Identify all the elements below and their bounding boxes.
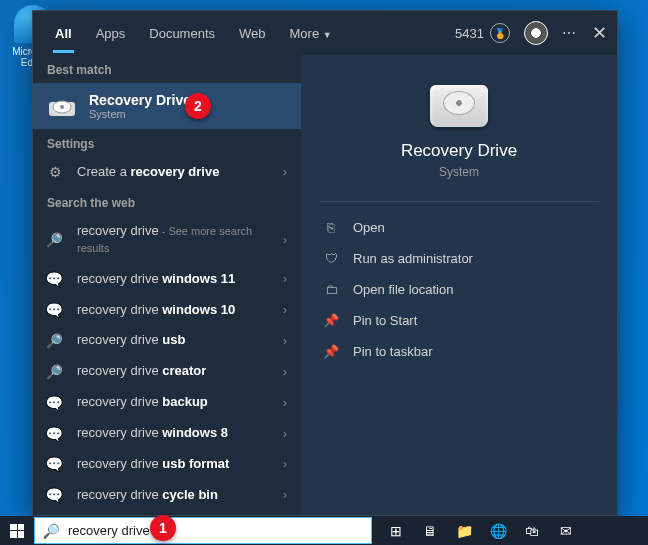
- web-result[interactable]: 💬recovery drive windows 10›: [33, 295, 301, 326]
- web-result[interactable]: 💬recovery drive windows 11›: [33, 264, 301, 295]
- chevron-right-icon: ›: [283, 365, 287, 379]
- chevron-right-icon: ›: [283, 396, 287, 410]
- section-web: Search the web: [33, 188, 301, 216]
- web-result[interactable]: 💬recovery drive backup›: [33, 387, 301, 418]
- start-button[interactable]: [0, 516, 34, 545]
- folder-icon: 🗀: [323, 282, 339, 297]
- file-explorer-icon[interactable]: 📁: [448, 516, 480, 545]
- callout-1: 1: [150, 515, 176, 541]
- rewards-counter[interactable]: 5431 🏅: [455, 23, 510, 43]
- chat-icon: 💬: [47, 456, 63, 472]
- search-icon: 🔍: [47, 333, 63, 349]
- chat-icon: 💬: [47, 395, 63, 411]
- chat-icon: 💬: [47, 487, 63, 503]
- web-result[interactable]: 💬recovery drive usb format›: [33, 449, 301, 480]
- search-input[interactable]: [68, 523, 363, 538]
- web-result[interactable]: 💬recovery drive windows 8›: [33, 418, 301, 449]
- section-settings: Settings: [33, 129, 301, 157]
- windows-logo-icon: [10, 524, 24, 538]
- action-open-file-location[interactable]: 🗀Open file location: [319, 274, 599, 305]
- preview-pane: Recovery Drive System ⎘Open🛡Run as admin…: [301, 55, 617, 515]
- svg-point-2: [60, 105, 64, 109]
- task-view-icon[interactable]: ⊞: [380, 516, 412, 545]
- chevron-right-icon: ›: [283, 272, 287, 286]
- web-result[interactable]: 🔍recovery drive - See more search result…: [33, 216, 301, 264]
- taskbar-app-1[interactable]: 🖥: [414, 516, 446, 545]
- tab-web[interactable]: Web: [227, 14, 278, 53]
- taskbar: 🔍 ⊞ 🖥 📁 🌐 🛍 ✉: [0, 516, 648, 545]
- best-match-title: Recovery Drive: [89, 92, 191, 108]
- web-result[interactable]: 💬recovery drive to reinstall windows 10›: [33, 511, 301, 515]
- chat-icon: 💬: [47, 271, 63, 287]
- best-match-item[interactable]: Recovery Drive System: [33, 83, 301, 129]
- tab-apps[interactable]: Apps: [84, 14, 138, 53]
- preview-title: Recovery Drive: [401, 141, 517, 161]
- chevron-right-icon: ›: [283, 457, 287, 471]
- action-pin-to-start[interactable]: 📌Pin to Start: [319, 305, 599, 336]
- best-match-subtitle: System: [89, 108, 191, 120]
- tab-documents[interactable]: Documents: [137, 14, 227, 53]
- results-list: Best match Recovery Drive System Setting…: [33, 55, 301, 515]
- user-avatar[interactable]: [524, 21, 548, 45]
- chat-icon: 💬: [47, 302, 63, 318]
- chevron-right-icon: ›: [283, 488, 287, 502]
- shield-icon: 🛡: [323, 251, 339, 266]
- open-icon: ⎘: [323, 220, 339, 235]
- close-icon[interactable]: ✕: [592, 22, 607, 44]
- tab-all[interactable]: All: [43, 14, 84, 53]
- web-result[interactable]: 💬recovery drive cycle bin›: [33, 480, 301, 511]
- search-tabs: All Apps Documents Web More ▼ 5431 🏅 ⋯ ✕: [33, 11, 617, 55]
- pin-icon: 📌: [323, 313, 339, 328]
- edge-taskbar-icon[interactable]: 🌐: [482, 516, 514, 545]
- drive-icon: [47, 91, 77, 121]
- settings-item[interactable]: ⚙ Create a recovery drive ›: [33, 157, 301, 188]
- chevron-right-icon: ›: [283, 165, 287, 179]
- chevron-right-icon: ›: [283, 303, 287, 317]
- more-options[interactable]: ⋯: [562, 25, 578, 41]
- taskbar-search[interactable]: 🔍: [34, 517, 372, 544]
- pin-icon: 📌: [323, 344, 339, 359]
- action-open[interactable]: ⎘Open: [319, 212, 599, 243]
- chevron-right-icon: ›: [283, 233, 287, 247]
- chevron-right-icon: ›: [283, 334, 287, 348]
- search-icon: 🔍: [43, 523, 60, 539]
- web-result[interactable]: 🔍recovery drive creator›: [33, 356, 301, 387]
- tab-more[interactable]: More ▼: [278, 14, 344, 53]
- search-icon: 🔍: [47, 232, 63, 248]
- callout-2: 2: [185, 93, 211, 119]
- web-result[interactable]: 🔍recovery drive usb›: [33, 325, 301, 356]
- mail-icon[interactable]: ✉: [550, 516, 582, 545]
- preview-drive-icon: [430, 85, 488, 127]
- section-best-match: Best match: [33, 55, 301, 83]
- search-panel: All Apps Documents Web More ▼ 5431 🏅 ⋯ ✕…: [32, 10, 618, 516]
- action-run-as-administrator[interactable]: 🛡Run as administrator: [319, 243, 599, 274]
- medal-icon: 🏅: [490, 23, 510, 43]
- preview-subtitle: System: [439, 165, 479, 179]
- chevron-right-icon: ›: [283, 427, 287, 441]
- search-icon: 🔍: [47, 364, 63, 380]
- store-icon[interactable]: 🛍: [516, 516, 548, 545]
- chat-icon: 💬: [47, 426, 63, 442]
- action-pin-to-taskbar[interactable]: 📌Pin to taskbar: [319, 336, 599, 367]
- gear-icon: ⚙: [47, 164, 63, 180]
